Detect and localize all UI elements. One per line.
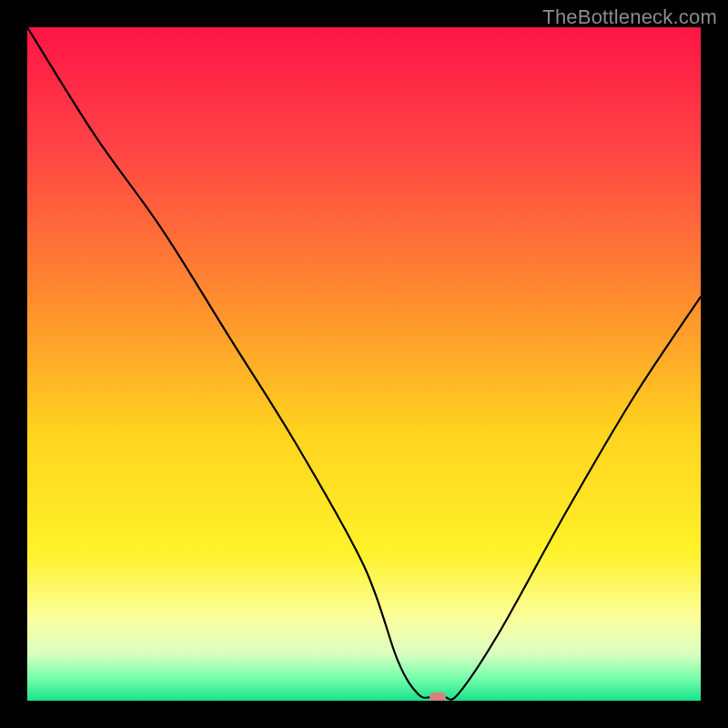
- watermark-text: TheBottleneck.com: [542, 5, 717, 29]
- plot-area: [27, 27, 701, 701]
- optimal-marker: [430, 693, 446, 701]
- chart-frame: TheBottleneck.com: [0, 0, 728, 728]
- bottleneck-curve: [27, 27, 701, 701]
